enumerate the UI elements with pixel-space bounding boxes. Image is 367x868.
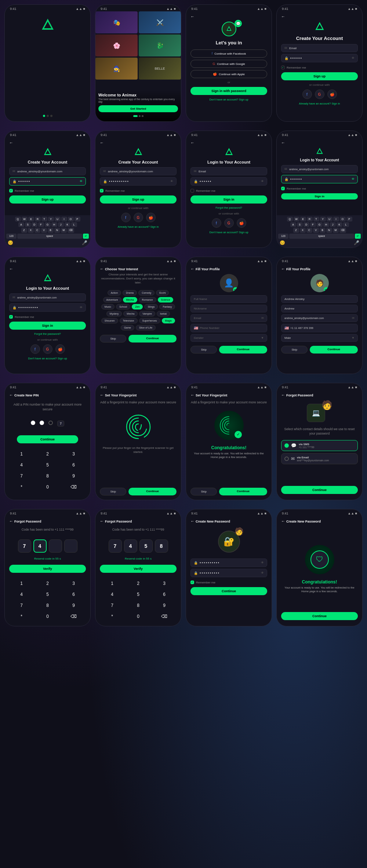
avatar-edit-button[interactable]: ✏ bbox=[324, 287, 329, 292]
eye-icon[interactable]: 👁 bbox=[261, 561, 264, 564]
sms-option[interactable]: 💬 via SMS +1 111 ****99 bbox=[281, 440, 358, 451]
key-u[interactable]: U bbox=[327, 217, 333, 221]
key-2[interactable]: 2 bbox=[35, 579, 60, 588]
skip-button[interactable]: Skip bbox=[190, 346, 217, 354]
tag-drama[interactable]: Drama bbox=[123, 290, 137, 296]
key-w[interactable]: W bbox=[294, 217, 299, 221]
sign-up-button[interactable]: Sign up bbox=[281, 72, 358, 80]
key-l[interactable]: L bbox=[71, 222, 77, 227]
key-return[interactable]: ↵ bbox=[355, 234, 361, 239]
key-return[interactable]: ↵ bbox=[83, 234, 89, 239]
forgot-password-link[interactable]: Forgot the password? bbox=[215, 206, 242, 209]
password-field[interactable]: 🔒 •••••••••• 👁 bbox=[9, 303, 86, 312]
google-social-btn[interactable]: G bbox=[315, 89, 324, 99]
key-space[interactable]: space bbox=[289, 234, 354, 239]
back-button[interactable]: ← Fill Your Profile bbox=[281, 267, 310, 271]
continue-button[interactable]: Continue bbox=[190, 587, 267, 595]
remember-checkbox[interactable]: ✓ bbox=[281, 66, 285, 69]
key-backspace[interactable]: ⌫ bbox=[339, 228, 346, 233]
key-7[interactable]: 7 bbox=[9, 601, 34, 610]
key-l[interactable]: L bbox=[343, 222, 349, 227]
back-button[interactable]: ← bbox=[281, 14, 285, 19]
email-field[interactable]: ✉ Email bbox=[281, 44, 358, 52]
key-v[interactable]: V bbox=[313, 228, 319, 233]
nickname-field[interactable]: Andrew bbox=[281, 305, 358, 312]
remember-checkbox[interactable]: ✓ bbox=[100, 189, 103, 193]
sign-up-button[interactable]: Sign up bbox=[9, 195, 86, 204]
continue-button[interactable]: Continue bbox=[281, 612, 358, 620]
otp-box-3[interactable] bbox=[49, 539, 62, 553]
skip-button[interactable]: Skip bbox=[281, 346, 308, 354]
otp-box-2[interactable]: 4 bbox=[124, 539, 137, 553]
tag-slings[interactable]: Slings bbox=[144, 304, 158, 310]
remember-checkbox[interactable]: ✓ bbox=[9, 315, 13, 319]
key-v[interactable]: V bbox=[41, 228, 47, 233]
mic-icon[interactable]: 🎤 bbox=[82, 240, 87, 245]
back-button[interactable]: ← Fill Your Profile bbox=[190, 267, 220, 271]
resend-text[interactable]: Resend code in 55 s bbox=[125, 557, 152, 560]
back-button[interactable]: ← Set Your Fingerprint bbox=[190, 393, 227, 397]
key-z[interactable]: Z bbox=[293, 228, 299, 233]
remember-checkbox[interactable]: ✓ bbox=[190, 581, 194, 584]
facebook-button[interactable]: f Continue with Facebook bbox=[190, 50, 267, 58]
skip-button[interactable]: Skip bbox=[190, 488, 217, 495]
eye-icon[interactable]: 👁 bbox=[80, 180, 83, 183]
back-button[interactable]: ← Forgot Password bbox=[281, 393, 313, 397]
remember-checkbox[interactable] bbox=[190, 189, 194, 193]
key-p[interactable]: P bbox=[346, 217, 352, 221]
key-q[interactable]: Q bbox=[15, 217, 21, 221]
continue-button[interactable]: Continue bbox=[219, 346, 267, 354]
key-r[interactable]: R bbox=[307, 217, 313, 221]
continue-button[interactable]: Continue bbox=[281, 486, 358, 494]
tag-magic[interactable]: Magic bbox=[162, 318, 175, 323]
password-field[interactable]: 🔒 •••••••••• 👁 bbox=[100, 177, 177, 186]
skip-button[interactable]: Skip bbox=[100, 335, 126, 343]
tag-mecha[interactable]: Mecha bbox=[123, 297, 137, 303]
tag-game[interactable]: Game bbox=[121, 325, 134, 330]
emoji-icon[interactable]: 😊 bbox=[280, 240, 285, 245]
key-6[interactable]: 6 bbox=[61, 460, 86, 470]
gender-field[interactable]: Male ▼ bbox=[281, 334, 358, 342]
sign-in-button[interactable]: Sign in bbox=[281, 193, 358, 199]
key-i[interactable]: I bbox=[61, 217, 67, 221]
tag-vampire[interactable]: Vampire bbox=[139, 311, 155, 316]
apple-button[interactable]: 🍎 Continue with Apple bbox=[190, 70, 267, 78]
fullname-field[interactable]: Andrew Ainsley bbox=[281, 295, 358, 303]
key-9[interactable]: 9 bbox=[61, 471, 86, 481]
phone-field[interactable]: 🇺🇸 +1 11 467 378 399 bbox=[281, 324, 358, 332]
key-d[interactable]: D bbox=[32, 222, 37, 227]
eye-icon[interactable]: 👁 bbox=[352, 56, 355, 60]
sign-up-link[interactable]: Sign up bbox=[239, 231, 248, 234]
tag-school[interactable]: School bbox=[116, 304, 130, 310]
tag-fantasy[interactable]: Fantasy bbox=[159, 304, 175, 310]
email-field[interactable]: Email ✉ bbox=[190, 314, 267, 322]
get-started-button[interactable]: Get Started bbox=[98, 105, 178, 112]
tag-isekai[interactable]: Isekai bbox=[157, 311, 170, 316]
verify-button[interactable]: Verify bbox=[100, 565, 177, 573]
back-button[interactable]: ← bbox=[100, 140, 104, 145]
new-password-field[interactable]: 🔒 •••••••••• 👁 bbox=[190, 558, 267, 567]
facebook-social-btn[interactable]: f bbox=[121, 213, 131, 222]
key-0[interactable]: 0 bbox=[35, 612, 60, 621]
continue-button[interactable]: Continue bbox=[219, 488, 267, 495]
sign-up-button[interactable]: Sign up bbox=[100, 195, 177, 204]
key-8[interactable]: 8 bbox=[35, 601, 60, 610]
key-z[interactable]: Z bbox=[21, 228, 27, 233]
continue-button[interactable]: Continue bbox=[128, 488, 177, 495]
key-8[interactable]: 8 bbox=[126, 601, 150, 610]
key-b[interactable]: B bbox=[320, 228, 326, 233]
back-button[interactable]: ← bbox=[9, 267, 13, 271]
tag-mecha2[interactable]: Mecha bbox=[123, 311, 138, 316]
key-5[interactable]: 5 bbox=[35, 460, 60, 470]
key-f[interactable]: F bbox=[310, 222, 316, 227]
key-h[interactable]: H bbox=[51, 222, 57, 227]
key-0[interactable]: 0 bbox=[35, 482, 60, 492]
key-a[interactable]: A bbox=[290, 222, 296, 227]
key-n[interactable]: N bbox=[54, 228, 60, 233]
key-g[interactable]: G bbox=[45, 222, 51, 227]
key-q[interactable]: Q bbox=[287, 217, 293, 221]
tag-shounen[interactable]: Shounen bbox=[101, 318, 118, 323]
tag-music[interactable]: Music bbox=[101, 304, 115, 310]
password-field[interactable]: 🔒 •••••• 👁 bbox=[281, 175, 358, 183]
back-button[interactable]: ← bbox=[9, 140, 13, 145]
